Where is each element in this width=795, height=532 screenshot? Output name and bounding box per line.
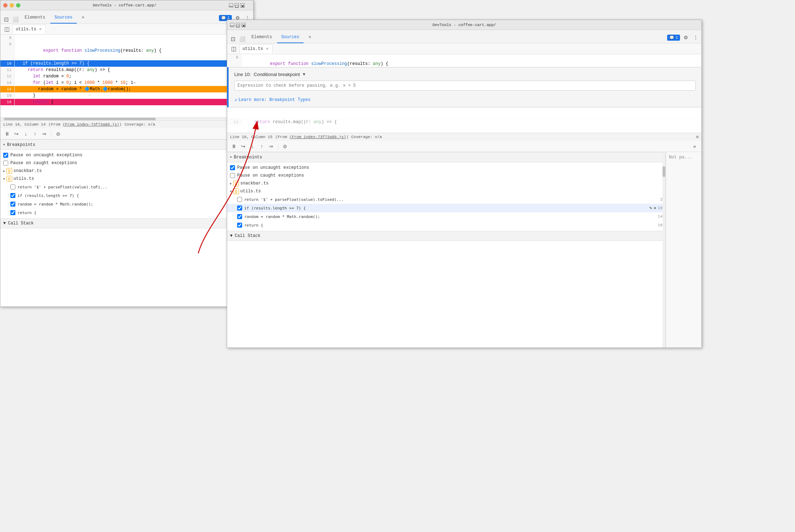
code-below-popup: 11 return results.map((r: any) => {: [227, 118, 701, 133]
bp-actions-2-2: ✎ ✕ 10: [649, 205, 662, 211]
minimize-button-1[interactable]: [10, 3, 14, 7]
bottom-panels-1: ▼ Breakpoints Pause on uncaught exceptio…: [0, 140, 253, 228]
file-tab-bar-1: ◫ utils.ts ✕: [0, 24, 253, 35]
continue-btn-1[interactable]: ⇒: [40, 130, 48, 138]
pause-caught-checkbox-1[interactable]: [3, 161, 8, 166]
pause-btn-2[interactable]: ⏸: [230, 142, 238, 150]
win-close-btn-1[interactable]: ✕: [240, 3, 245, 7]
close-button-1[interactable]: [3, 3, 8, 7]
message-badge-2[interactable]: 💬 1: [667, 35, 680, 41]
pause-uncaught-row-2[interactable]: Pause on uncaught exceptions: [227, 164, 665, 172]
win-square-btn-2[interactable]: □: [235, 3, 239, 7]
step-into-btn-2[interactable]: ↓: [249, 142, 256, 150]
line-num-13: 13: [0, 80, 15, 86]
debug-sep-1: [51, 131, 51, 137]
pause-uncaught-label-1: Pause on uncaught exceptions: [10, 153, 82, 158]
deactivate-btn-1[interactable]: ⊘: [54, 130, 62, 138]
step-over-btn-1[interactable]: ↪: [12, 130, 20, 138]
sidebar-toggle-2[interactable]: ◫: [229, 45, 238, 53]
h-scrollbar-thumb-1: [4, 118, 156, 120]
window-title-1: DevTools - coffee-cart.app/: [20, 3, 229, 7]
expand-utils-2: ▼: [230, 190, 232, 193]
bp-popup-input[interactable]: [234, 81, 696, 91]
status-source-link-1[interactable]: (From index-73f73a80.js): [62, 122, 119, 127]
bp-checkbox-1-4[interactable]: [10, 210, 15, 215]
delete-icon-2-2[interactable]: ✕: [654, 205, 656, 211]
step-out-btn-1[interactable]: ↑: [31, 130, 39, 138]
inspect-icon-1[interactable]: ⊡: [2, 15, 10, 24]
step-over-btn-2[interactable]: ↪: [239, 142, 247, 150]
file-group-snackbar-1[interactable]: ▶ {} snackbar.ts: [0, 167, 253, 175]
line-num-12: 12: [0, 73, 15, 80]
file-group-utils-2[interactable]: ▼ {} utils.ts: [227, 187, 665, 195]
file-tab-utils-1[interactable]: utils.ts ✕: [12, 25, 46, 34]
pause-caught-checkbox-2[interactable]: [230, 173, 235, 178]
window-controls-1: [3, 3, 20, 7]
win-square-btn-1[interactable]: ─: [229, 3, 233, 7]
bp-checkbox-2-4[interactable]: [237, 223, 242, 228]
step-out-btn-2[interactable]: ↑: [258, 142, 266, 150]
edit-icon-2-2[interactable]: ✎: [649, 205, 652, 211]
file-tab-utils-2[interactable]: utils.ts ✕: [239, 44, 272, 54]
win-square-btn-4[interactable]: □: [236, 23, 240, 27]
bp-popup-dropdown-arrow[interactable]: ▼: [303, 72, 305, 77]
file-name-utils-1: utils.ts: [14, 176, 34, 181]
file-group-utils-1[interactable]: ▼ {} utils.ts: [0, 175, 253, 183]
bp-linenum-2-4: 16: [658, 223, 662, 227]
gear-icon-2[interactable]: ⚙: [681, 33, 690, 42]
bp-checkbox-1-3[interactable]: [10, 202, 15, 207]
bp-checkbox-2-1[interactable]: [237, 197, 242, 202]
more-tabs-btn-2[interactable]: »: [691, 142, 699, 150]
tab-more-1[interactable]: »: [78, 12, 89, 24]
pause-uncaught-row-1[interactable]: Pause on uncaught exceptions: [0, 151, 253, 159]
breakpoints-header-2[interactable]: ▼ Breakpoints: [227, 152, 665, 162]
tab-elements-2[interactable]: Elements: [247, 32, 276, 43]
device-icon-2[interactable]: ⬜: [238, 35, 246, 43]
breakpoints-label-2: Breakpoints: [234, 155, 262, 160]
file-group-snackbar-2[interactable]: ▶ {} snackbar.ts: [227, 179, 665, 187]
file-tab-close-1[interactable]: ✕: [39, 26, 42, 32]
v-scrollbar-2[interactable]: [662, 152, 665, 348]
call-stack-header-1[interactable]: ▼ Call Stack: [0, 218, 253, 228]
pause-btn-1[interactable]: ⏸: [3, 130, 11, 138]
sidebar-toggle-1[interactable]: ◫: [2, 25, 11, 34]
tab-more-2[interactable]: »: [304, 32, 315, 43]
win-square-btn-3[interactable]: ─: [230, 23, 234, 27]
pause-uncaught-checkbox-2[interactable]: [230, 165, 235, 170]
bp-item-1-4: return { 16: [0, 208, 253, 217]
code-area-1: 8 9 export function slowProcessing(resul…: [0, 35, 253, 120]
bp-popup-link[interactable]: ↗ Learn more: Breakpoint Types: [234, 97, 696, 103]
tab-sources-2[interactable]: Sources: [277, 32, 304, 43]
maximize-button-1[interactable]: [16, 3, 20, 7]
tab-sources-1[interactable]: Sources: [50, 12, 77, 24]
status-panel-toggle-2[interactable]: ⊟: [696, 135, 699, 139]
continue-btn-2[interactable]: ⇒: [267, 142, 275, 150]
expand-utils-1: ▼: [3, 177, 5, 181]
bp-checkbox-1-1[interactable]: [10, 184, 15, 189]
device-icon-1[interactable]: ⬜: [11, 15, 20, 24]
h-scrollbar-1[interactable]: [0, 117, 253, 120]
breakpoints-header-1[interactable]: ▼ Breakpoints: [0, 140, 253, 150]
code-line-9: 9 export function slowProcessing(results…: [0, 41, 253, 60]
code-content-1: 8 9 export function slowProcessing(resul…: [0, 35, 253, 105]
callstack-triangle-2: ▼: [230, 233, 232, 238]
status-source-link-2[interactable]: (From index-73f73a80.js): [289, 135, 346, 139]
code-line-15: 15 }: [0, 92, 253, 99]
title-bar-1: DevTools - coffee-cart.app/ ─ □ ✕: [0, 0, 253, 10]
tab-elements-1[interactable]: Elements: [20, 12, 50, 24]
pause-caught-row-2[interactable]: Pause on caught exceptions: [227, 172, 665, 179]
bp-checkbox-1-2[interactable]: [10, 193, 15, 198]
deactivate-btn-2[interactable]: ⊘: [281, 142, 289, 150]
bp-code-1-4: return {: [18, 211, 36, 215]
pause-uncaught-checkbox-1[interactable]: [3, 153, 8, 158]
file-tab-close-2[interactable]: ✕: [265, 46, 269, 51]
pause-caught-row-1[interactable]: Pause on caught exceptions: [0, 159, 253, 167]
step-into-btn-1[interactable]: ↓: [22, 130, 30, 138]
bp-checkbox-2-2[interactable]: [237, 206, 242, 211]
status-line-col-1: Line 16, Column 14: [3, 122, 46, 127]
bp-checkbox-2-3[interactable]: [237, 214, 242, 219]
dots-icon-2[interactable]: ⋮: [691, 33, 700, 42]
inspect-icon-2[interactable]: ⊡: [229, 35, 237, 43]
win-close-btn-2[interactable]: ✕: [241, 23, 246, 27]
call-stack-header-2[interactable]: ▼ Call Stack: [227, 231, 665, 241]
